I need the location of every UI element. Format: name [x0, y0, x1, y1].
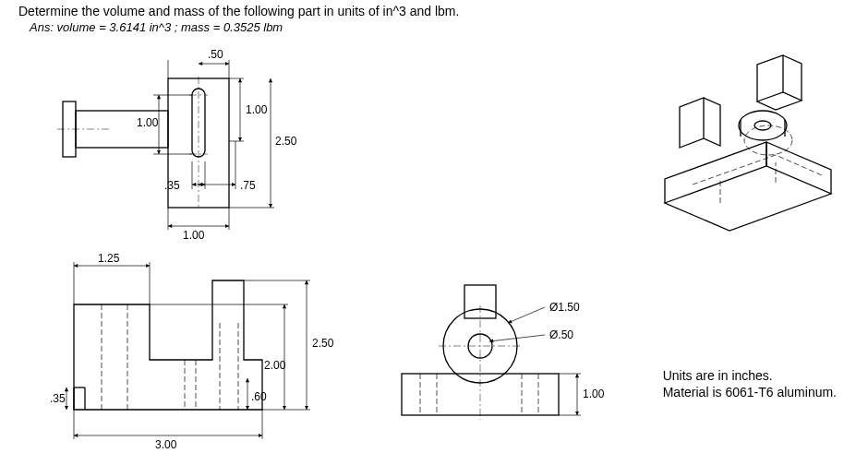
isometric-view [628, 37, 859, 258]
dim-mid-w: .75 [240, 179, 256, 192]
notes-material: Material is 6061-T6 aluminum. [663, 384, 837, 400]
dim-step: .60 [251, 390, 267, 403]
answer-line: Ans: volume = 3.6141 in^3 ; mass = 0.352… [30, 20, 283, 34]
dim-tab: .35 [50, 392, 66, 405]
svg-rect-49 [464, 285, 496, 318]
dim-dia-inner: Ø.50 [549, 328, 573, 341]
dim-slot-height: 1.00 [137, 116, 159, 129]
notes-units: Units are in inches. [663, 367, 837, 384]
dim-base-h: 1.00 [583, 388, 605, 400]
problem-statement: Determine the volume and mass of the fol… [18, 4, 459, 18]
dim-height2: 2.00 [264, 359, 286, 372]
svg-line-58 [508, 307, 545, 323]
dim-back-depth: 1.25 [98, 252, 120, 265]
notes-block: Units are in inches. Material is 6061-T6… [663, 367, 837, 400]
dim-overall-height: 2.50 [312, 337, 334, 350]
top-view-drawing: .50 1.00 1.00 2.50 .35 .75 1.00 [46, 42, 342, 254]
dim-length: 3.00 [155, 438, 177, 451]
dim-overall-h: 2.50 [275, 135, 297, 148]
dim-dia-outer: Ø1.50 [549, 301, 580, 314]
dim-slot-w: .35 [164, 179, 180, 192]
dim-block-w: 1.00 [246, 103, 268, 116]
dim-mid-full: 1.00 [183, 229, 205, 242]
svg-point-63 [739, 111, 787, 140]
front-view-drawing: 1.25 2.50 2.00 .60 .35 3.00 [46, 249, 360, 461]
side-view-drawing: Ø1.50 Ø.50 1.00 [383, 272, 633, 447]
dim-top-width: .50 [208, 48, 223, 61]
